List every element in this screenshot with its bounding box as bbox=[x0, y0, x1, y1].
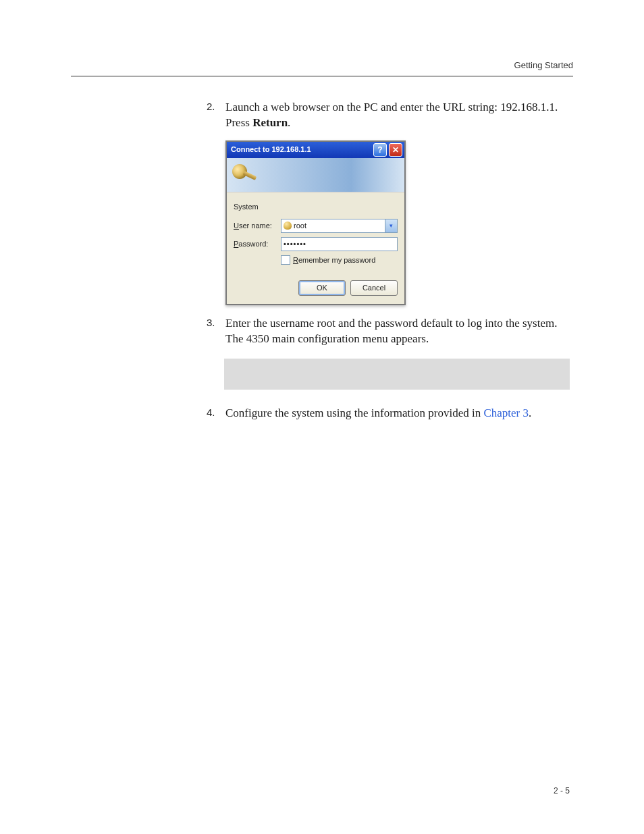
step-2-bold: Return bbox=[252, 116, 288, 129]
step-2: 2. Launch a web browser on the PC and en… bbox=[207, 100, 570, 305]
step-number: 3. bbox=[207, 316, 215, 330]
step-2-text-b: . bbox=[288, 116, 290, 129]
password-label: Password: bbox=[234, 239, 281, 249]
titlebar-buttons: ? ✕ bbox=[373, 143, 402, 157]
step-2-text: Launch a web browser on the PC and enter… bbox=[225, 100, 570, 131]
step-3-text: Enter the username root and the password… bbox=[225, 316, 570, 347]
dialog-body: System User name: root ▾ Password: •••••… bbox=[227, 192, 404, 304]
close-button[interactable]: ✕ bbox=[389, 143, 402, 157]
step-4-text-b: . bbox=[529, 407, 531, 419]
auth-dialog: Connect to 192.168.1.1 ? ✕ System User n… bbox=[225, 140, 406, 305]
note-block bbox=[224, 359, 570, 390]
content-area: 2. Launch a web browser on the PC and en… bbox=[207, 100, 570, 428]
page-number: 2 - 5 bbox=[554, 785, 570, 796]
step-4-text: Configure the system using the informati… bbox=[225, 406, 570, 421]
chapter-link[interactable]: Chapter 3 bbox=[483, 407, 529, 419]
dialog-titlebar: Connect to 192.168.1.1 ? ✕ bbox=[227, 142, 404, 158]
username-row: User name: root ▾ bbox=[234, 219, 398, 233]
step-4-text-a: Configure the system using the informati… bbox=[225, 407, 483, 419]
step-number: 4. bbox=[207, 406, 215, 419]
step-3: 3. Enter the username root and the passw… bbox=[207, 316, 570, 390]
dialog-buttons: OK Cancel bbox=[234, 280, 398, 296]
keys-icon bbox=[231, 161, 258, 188]
running-head: Getting Started bbox=[514, 59, 573, 72]
ok-button[interactable]: OK bbox=[298, 280, 346, 296]
username-input[interactable]: root ▾ bbox=[281, 219, 398, 233]
step-4: 4. Configure the system using the inform… bbox=[207, 406, 570, 421]
remember-label: Remember my password bbox=[293, 255, 375, 265]
password-row: Password: ••••••• bbox=[234, 237, 398, 251]
user-icon bbox=[284, 221, 292, 230]
step-number: 2. bbox=[207, 100, 215, 113]
dialog-banner bbox=[227, 158, 404, 192]
system-label: System bbox=[234, 202, 398, 212]
step-list: 2. Launch a web browser on the PC and en… bbox=[207, 100, 570, 421]
username-label: User name: bbox=[234, 221, 281, 231]
remember-row: Remember my password bbox=[281, 255, 398, 265]
cancel-button[interactable]: Cancel bbox=[350, 280, 398, 296]
dropdown-arrow-icon[interactable]: ▾ bbox=[385, 219, 397, 232]
password-value: ••••••• bbox=[284, 239, 306, 249]
top-rule bbox=[71, 76, 573, 77]
remember-checkbox[interactable] bbox=[281, 255, 290, 265]
help-button[interactable]: ? bbox=[373, 143, 387, 157]
password-input[interactable]: ••••••• bbox=[281, 237, 398, 251]
username-value: root bbox=[294, 221, 306, 231]
dialog-title: Connect to 192.168.1.1 bbox=[231, 145, 311, 155]
